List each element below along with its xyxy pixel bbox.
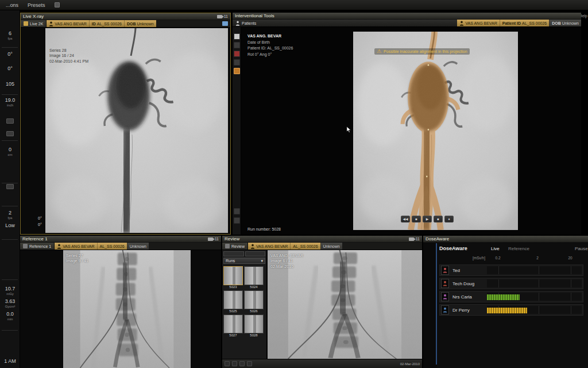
thumbnail[interactable]: 5023	[223, 266, 243, 289]
thumbnail-list: 5023 5024 5025 5026 5027 5028	[222, 265, 266, 339]
dose-row: Ted	[439, 264, 583, 276]
dose-pause-button[interactable]: Pause	[575, 246, 588, 251]
play-button[interactable]: ▶	[423, 216, 432, 223]
camera-icon	[409, 237, 414, 241]
patients-icon	[235, 21, 240, 26]
settings-icon[interactable]	[234, 217, 240, 224]
thumbnail[interactable]: 5025	[223, 290, 243, 313]
screen-count: 11	[416, 237, 420, 241]
patients-button[interactable]: Patients	[233, 20, 259, 26]
live-panel-header: Live X-ray 11	[21, 13, 230, 20]
save-icon[interactable]	[232, 361, 237, 366]
warning-text: Possible inaccurate alignment in this pr…	[384, 49, 467, 53]
thumbnail[interactable]: 5028	[244, 315, 264, 338]
tools-patient-name: VAS ANG BEVAR	[465, 21, 497, 25]
menu-item-options[interactable]: ...ons	[6, 2, 18, 8]
tools-panel-header: Interventional Tools	[233, 13, 581, 20]
walking-patient-icon[interactable]	[234, 33, 240, 40]
patient-banner[interactable]: VAS ANG BEVAR ID AL_SS 00026 DOB Unknown	[47, 20, 156, 27]
thumbnail-label: 5027	[223, 334, 243, 338]
doseaware-accent-bar	[436, 243, 437, 365]
movie-icon[interactable]	[225, 361, 230, 366]
protocol-icon[interactable]	[234, 59, 240, 66]
vitals-icon[interactable]	[234, 42, 240, 48]
layout-icon[interactable]	[55, 2, 60, 7]
record-button[interactable]: ●	[444, 216, 454, 223]
application-window: ...ons Presets Help 6fps 0° 0° 105 19.0i…	[0, 0, 588, 368]
dose-scale-tick: 0.2	[493, 256, 502, 260]
fluoro-mode-value: Low	[0, 223, 20, 229]
snapshot-button[interactable]: ■	[412, 216, 421, 223]
collimator-icon[interactable]	[6, 184, 14, 189]
thumbnail[interactable]: 5027	[223, 315, 243, 338]
tab-live-2k[interactable]: Live 2K	[21, 20, 47, 27]
clock: 1 AM	[0, 359, 20, 365]
doseaware-panel-title: DoseAware	[425, 236, 449, 241]
frame-rate-value: 6fps	[0, 31, 20, 40]
contrast-icon[interactable]	[234, 51, 240, 57]
dose-tab-reference[interactable]: Reference	[508, 246, 529, 251]
transfer-icon[interactable]	[222, 21, 228, 26]
xray-tube-icon	[24, 21, 28, 26]
rewind-button[interactable]: ◀◀	[401, 216, 410, 223]
patient-id-label: ID	[92, 22, 96, 26]
patient-dob: Unknown	[137, 22, 154, 26]
review-icon	[225, 244, 230, 248]
review-patient-banner[interactable]: VAS ANG BEVAR AL_SS 00026 Unknown	[248, 243, 342, 250]
tools-patient-banner[interactable]: VAS ANG BEVAR Patient ID AL_SS 00026 DOB…	[457, 20, 581, 26]
menu-item-presets[interactable]: Presets	[28, 2, 45, 8]
dose-tab-live[interactable]: Live	[491, 246, 500, 251]
store-button[interactable]: ■	[434, 216, 443, 223]
series-view-button[interactable]	[223, 251, 244, 256]
reference-patient-name: VAS ANG BEVAR	[63, 244, 94, 248]
avatar	[441, 279, 449, 288]
chevron-down-icon: ▾	[261, 259, 263, 263]
reference-panel-title: Reference 1	[22, 236, 48, 241]
roadmap-icon[interactable]	[234, 68, 240, 74]
reference-icon	[23, 244, 28, 248]
dose-person-name: Dr Perry	[452, 308, 470, 313]
screen-count: 11	[215, 237, 219, 241]
review-footer-text: 02-Mar-2010	[400, 362, 420, 366]
dose-row: Nrs Carla	[439, 291, 583, 302]
series-dropdown[interactable]: Runs ▾	[223, 258, 265, 264]
thumbnail-label: 5023	[223, 285, 243, 289]
patient-name: VAS ANG BEVAR	[55, 22, 86, 26]
thumbnail[interactable]: 5026	[244, 290, 264, 313]
reference-patient-banner[interactable]: VAS ANG BEVAR AL_SS 00026 Unknown	[55, 243, 149, 250]
thumbnail[interactable]: 5024	[244, 266, 264, 289]
tab-review[interactable]: Review	[222, 243, 248, 250]
archive-icon[interactable]	[234, 208, 240, 214]
doseaware-panel: DoseAware DoseAware Live Reference Pause…	[423, 236, 588, 368]
detector-icon[interactable]	[6, 131, 14, 136]
dose-unit-label: [mSv/h]	[460, 256, 485, 260]
patient-id: AL_SS 00026	[97, 22, 122, 26]
tools-patient-dob: Unknown	[562, 21, 579, 25]
playback-toolbar: ◀◀ ■ ▶ ■ ●	[401, 216, 454, 223]
mouse-cursor	[346, 126, 351, 133]
review-tabbar: Review VAS ANG BEVAR AL_SS 00026 Unknown	[222, 243, 422, 250]
alignment-warning: ⚠ Possible inaccurate alignment in this …	[374, 48, 470, 55]
tab-reference-1[interactable]: Reference 1	[20, 243, 55, 250]
patient-icon	[250, 244, 255, 249]
thumbnail-image	[244, 290, 264, 309]
review-panel-header: Review 11	[222, 236, 422, 243]
tools-patient-id: AL_SS 00026	[522, 21, 547, 25]
tools-patient-info: VAS ANG. BEVAR Date of Birth Patient ID:…	[247, 33, 293, 57]
dose-bar-track	[487, 306, 582, 314]
dose-person-name: Tech Doug	[452, 281, 474, 286]
delete-icon[interactable]	[239, 361, 245, 366]
thumbnail-label: 5028	[244, 334, 264, 338]
review-patient-id: AL_SS 00026	[293, 244, 318, 248]
table-position-icon[interactable]	[6, 118, 14, 124]
camera-icon	[208, 237, 213, 241]
image-view-button[interactable]	[245, 251, 266, 256]
dose-row: Dr Perry	[439, 304, 583, 316]
dose-bar	[487, 308, 527, 313]
info-icon[interactable]	[247, 361, 252, 366]
dose-person-name: Ted	[452, 268, 460, 273]
review-panel-title: Review	[225, 236, 239, 241]
fluoro-rate-value: 2fps	[0, 210, 20, 220]
review-panel: Review 11 Review VAS ANG BEVAR AL_SS 000…	[222, 236, 422, 368]
thumbnail-image	[223, 266, 243, 285]
